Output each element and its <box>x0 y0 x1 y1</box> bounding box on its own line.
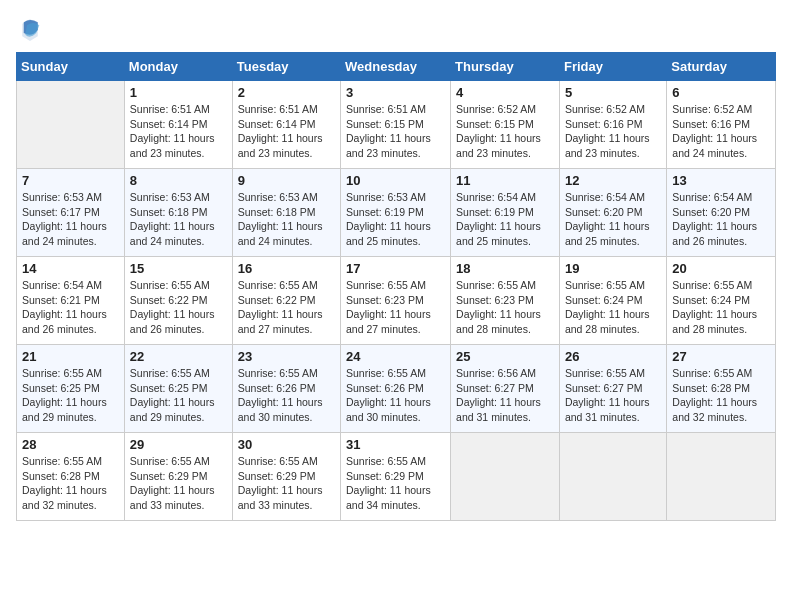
day-info: Sunrise: 6:55 AM Sunset: 6:29 PM Dayligh… <box>130 454 227 513</box>
day-info: Sunrise: 6:55 AM Sunset: 6:28 PM Dayligh… <box>672 366 770 425</box>
day-info: Sunrise: 6:54 AM Sunset: 6:20 PM Dayligh… <box>565 190 661 249</box>
day-info: Sunrise: 6:55 AM Sunset: 6:24 PM Dayligh… <box>672 278 770 337</box>
day-number: 16 <box>238 261 335 276</box>
week-row-2: 7Sunrise: 6:53 AM Sunset: 6:17 PM Daylig… <box>17 169 776 257</box>
day-number: 3 <box>346 85 445 100</box>
day-number: 22 <box>130 349 227 364</box>
day-info: Sunrise: 6:53 AM Sunset: 6:19 PM Dayligh… <box>346 190 445 249</box>
day-info: Sunrise: 6:54 AM Sunset: 6:19 PM Dayligh… <box>456 190 554 249</box>
day-info: Sunrise: 6:55 AM Sunset: 6:23 PM Dayligh… <box>346 278 445 337</box>
calendar-cell: 29Sunrise: 6:55 AM Sunset: 6:29 PM Dayli… <box>124 433 232 521</box>
col-header-monday: Monday <box>124 53 232 81</box>
col-header-friday: Friday <box>559 53 666 81</box>
day-number: 5 <box>565 85 661 100</box>
day-number: 14 <box>22 261 119 276</box>
calendar-cell <box>559 433 666 521</box>
calendar-cell: 23Sunrise: 6:55 AM Sunset: 6:26 PM Dayli… <box>232 345 340 433</box>
calendar-cell: 20Sunrise: 6:55 AM Sunset: 6:24 PM Dayli… <box>667 257 776 345</box>
calendar-cell: 12Sunrise: 6:54 AM Sunset: 6:20 PM Dayli… <box>559 169 666 257</box>
calendar-table: SundayMondayTuesdayWednesdayThursdayFrid… <box>16 52 776 521</box>
day-number: 24 <box>346 349 445 364</box>
week-row-5: 28Sunrise: 6:55 AM Sunset: 6:28 PM Dayli… <box>17 433 776 521</box>
calendar-cell: 10Sunrise: 6:53 AM Sunset: 6:19 PM Dayli… <box>341 169 451 257</box>
col-header-wednesday: Wednesday <box>341 53 451 81</box>
day-number: 9 <box>238 173 335 188</box>
day-number: 8 <box>130 173 227 188</box>
week-row-1: 1Sunrise: 6:51 AM Sunset: 6:14 PM Daylig… <box>17 81 776 169</box>
calendar-cell: 25Sunrise: 6:56 AM Sunset: 6:27 PM Dayli… <box>451 345 560 433</box>
calendar-cell: 13Sunrise: 6:54 AM Sunset: 6:20 PM Dayli… <box>667 169 776 257</box>
header-row: SundayMondayTuesdayWednesdayThursdayFrid… <box>17 53 776 81</box>
calendar-cell: 6Sunrise: 6:52 AM Sunset: 6:16 PM Daylig… <box>667 81 776 169</box>
day-number: 18 <box>456 261 554 276</box>
logo-icon <box>16 16 44 44</box>
day-number: 10 <box>346 173 445 188</box>
calendar-cell: 5Sunrise: 6:52 AM Sunset: 6:16 PM Daylig… <box>559 81 666 169</box>
calendar-cell: 16Sunrise: 6:55 AM Sunset: 6:22 PM Dayli… <box>232 257 340 345</box>
week-row-3: 14Sunrise: 6:54 AM Sunset: 6:21 PM Dayli… <box>17 257 776 345</box>
col-header-saturday: Saturday <box>667 53 776 81</box>
calendar-cell: 1Sunrise: 6:51 AM Sunset: 6:14 PM Daylig… <box>124 81 232 169</box>
day-info: Sunrise: 6:55 AM Sunset: 6:26 PM Dayligh… <box>238 366 335 425</box>
day-number: 29 <box>130 437 227 452</box>
col-header-thursday: Thursday <box>451 53 560 81</box>
day-number: 27 <box>672 349 770 364</box>
calendar-cell: 18Sunrise: 6:55 AM Sunset: 6:23 PM Dayli… <box>451 257 560 345</box>
calendar-cell: 3Sunrise: 6:51 AM Sunset: 6:15 PM Daylig… <box>341 81 451 169</box>
day-number: 23 <box>238 349 335 364</box>
day-info: Sunrise: 6:55 AM Sunset: 6:27 PM Dayligh… <box>565 366 661 425</box>
logo <box>16 16 48 44</box>
day-info: Sunrise: 6:53 AM Sunset: 6:18 PM Dayligh… <box>238 190 335 249</box>
day-info: Sunrise: 6:55 AM Sunset: 6:22 PM Dayligh… <box>130 278 227 337</box>
day-info: Sunrise: 6:55 AM Sunset: 6:29 PM Dayligh… <box>346 454 445 513</box>
day-info: Sunrise: 6:51 AM Sunset: 6:15 PM Dayligh… <box>346 102 445 161</box>
day-info: Sunrise: 6:52 AM Sunset: 6:16 PM Dayligh… <box>565 102 661 161</box>
calendar-cell: 11Sunrise: 6:54 AM Sunset: 6:19 PM Dayli… <box>451 169 560 257</box>
calendar-cell: 24Sunrise: 6:55 AM Sunset: 6:26 PM Dayli… <box>341 345 451 433</box>
day-info: Sunrise: 6:52 AM Sunset: 6:16 PM Dayligh… <box>672 102 770 161</box>
day-number: 13 <box>672 173 770 188</box>
day-info: Sunrise: 6:55 AM Sunset: 6:29 PM Dayligh… <box>238 454 335 513</box>
day-number: 6 <box>672 85 770 100</box>
day-info: Sunrise: 6:55 AM Sunset: 6:22 PM Dayligh… <box>238 278 335 337</box>
day-number: 26 <box>565 349 661 364</box>
day-info: Sunrise: 6:53 AM Sunset: 6:17 PM Dayligh… <box>22 190 119 249</box>
day-info: Sunrise: 6:56 AM Sunset: 6:27 PM Dayligh… <box>456 366 554 425</box>
calendar-cell: 19Sunrise: 6:55 AM Sunset: 6:24 PM Dayli… <box>559 257 666 345</box>
calendar-cell <box>17 81 125 169</box>
day-number: 4 <box>456 85 554 100</box>
day-info: Sunrise: 6:54 AM Sunset: 6:21 PM Dayligh… <box>22 278 119 337</box>
day-number: 30 <box>238 437 335 452</box>
day-number: 12 <box>565 173 661 188</box>
calendar-cell: 22Sunrise: 6:55 AM Sunset: 6:25 PM Dayli… <box>124 345 232 433</box>
week-row-4: 21Sunrise: 6:55 AM Sunset: 6:25 PM Dayli… <box>17 345 776 433</box>
day-number: 11 <box>456 173 554 188</box>
day-number: 21 <box>22 349 119 364</box>
col-header-tuesday: Tuesday <box>232 53 340 81</box>
day-info: Sunrise: 6:54 AM Sunset: 6:20 PM Dayligh… <box>672 190 770 249</box>
calendar-cell: 7Sunrise: 6:53 AM Sunset: 6:17 PM Daylig… <box>17 169 125 257</box>
day-info: Sunrise: 6:55 AM Sunset: 6:24 PM Dayligh… <box>565 278 661 337</box>
day-number: 25 <box>456 349 554 364</box>
calendar-cell <box>451 433 560 521</box>
day-info: Sunrise: 6:55 AM Sunset: 6:28 PM Dayligh… <box>22 454 119 513</box>
day-info: Sunrise: 6:55 AM Sunset: 6:25 PM Dayligh… <box>130 366 227 425</box>
calendar-cell: 21Sunrise: 6:55 AM Sunset: 6:25 PM Dayli… <box>17 345 125 433</box>
day-number: 1 <box>130 85 227 100</box>
day-number: 31 <box>346 437 445 452</box>
calendar-cell: 15Sunrise: 6:55 AM Sunset: 6:22 PM Dayli… <box>124 257 232 345</box>
calendar-cell: 27Sunrise: 6:55 AM Sunset: 6:28 PM Dayli… <box>667 345 776 433</box>
day-number: 28 <box>22 437 119 452</box>
day-number: 15 <box>130 261 227 276</box>
calendar-cell: 8Sunrise: 6:53 AM Sunset: 6:18 PM Daylig… <box>124 169 232 257</box>
day-info: Sunrise: 6:52 AM Sunset: 6:15 PM Dayligh… <box>456 102 554 161</box>
day-info: Sunrise: 6:55 AM Sunset: 6:26 PM Dayligh… <box>346 366 445 425</box>
calendar-cell: 4Sunrise: 6:52 AM Sunset: 6:15 PM Daylig… <box>451 81 560 169</box>
calendar-cell: 17Sunrise: 6:55 AM Sunset: 6:23 PM Dayli… <box>341 257 451 345</box>
day-info: Sunrise: 6:55 AM Sunset: 6:25 PM Dayligh… <box>22 366 119 425</box>
day-number: 17 <box>346 261 445 276</box>
calendar-cell: 31Sunrise: 6:55 AM Sunset: 6:29 PM Dayli… <box>341 433 451 521</box>
day-info: Sunrise: 6:51 AM Sunset: 6:14 PM Dayligh… <box>130 102 227 161</box>
day-info: Sunrise: 6:55 AM Sunset: 6:23 PM Dayligh… <box>456 278 554 337</box>
page-header <box>16 16 776 44</box>
